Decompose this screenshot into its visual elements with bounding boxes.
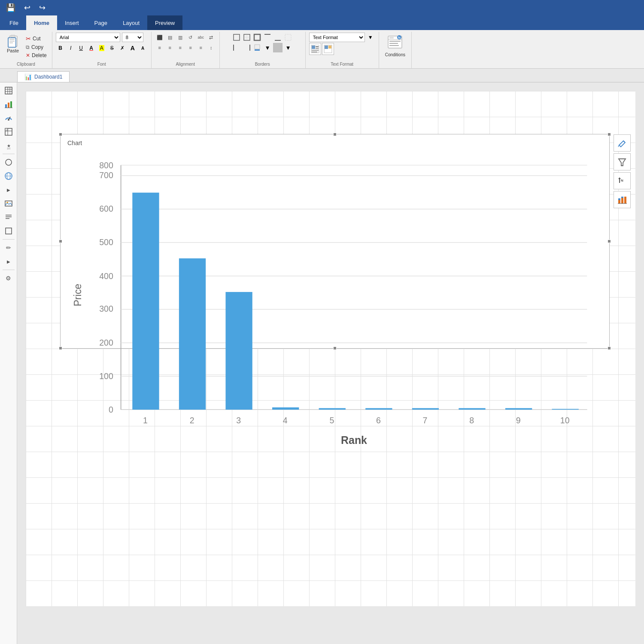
paste-button[interactable]: Paste [3,33,22,55]
align-left[interactable]: ≡ [155,43,164,52]
font-color-button[interactable]: A [87,43,96,53]
text-format-dropdown-btn[interactable]: ▼ [366,33,375,42]
svg-text:0: 0 [109,405,113,414]
undo-button[interactable]: ↩ [21,2,33,13]
sidebar-expand-btn[interactable]: ▶ [1,183,16,196]
outdent-btn[interactable]: ↕ [207,43,216,52]
resize-handle-bl[interactable] [59,346,62,350]
sidebar-image-btn[interactable] [1,197,16,210]
clear-format-button[interactable]: ✗ [118,43,127,53]
sidebar-chart-btn[interactable] [1,98,16,111]
border-left[interactable] [232,43,241,52]
tab-insert[interactable]: Insert [57,15,87,30]
align-right[interactable]: ≡ [176,43,185,52]
sidebar-text-btn[interactable] [1,211,16,224]
indent-btn[interactable]: ≡ [196,43,206,52]
svg-rect-30 [389,41,401,42]
grow-font-button[interactable]: A [128,43,137,53]
save-button[interactable]: 💾 [3,2,18,13]
shrink-font-button[interactable]: A [138,43,148,53]
tab-preview[interactable]: Preview [147,15,182,30]
bar-2 [179,258,206,410]
sidebar-settings-btn[interactable]: ⚙ [1,272,16,285]
bar-10 [552,409,579,410]
filter-chart-button[interactable] [614,153,631,170]
conditions-label: Conditions [385,52,405,57]
resize-handle-ml[interactable] [59,240,62,243]
copy-button[interactable]: ⧉ Copy [24,43,49,51]
borders-bot-row: ▼ ▼ [232,43,293,52]
align-justify[interactable]: ≡ [186,43,195,52]
border-outer[interactable] [242,33,252,42]
conditions-button[interactable]: fx Conditions [383,33,408,59]
highlight-button[interactable]: A [97,43,106,53]
resize-handle-bm[interactable] [333,346,337,350]
tab-file[interactable]: File [2,15,26,30]
tab-layout[interactable]: Layout [115,15,147,30]
resize-handle-tm[interactable] [333,133,337,136]
sidebar-sep2 [3,239,15,240]
resize-handle-tr[interactable] [608,133,611,136]
title-bar: 💾 ↩ ↪ [0,0,644,15]
color-dropdown[interactable]: ▼ [283,43,293,52]
align-top-center[interactable]: ▤ [165,33,175,42]
fill-color-btn[interactable] [252,43,262,52]
align-top-right[interactable]: ▥ [176,33,185,42]
chart-type-icon [617,195,627,204]
text-format-btn2[interactable] [322,43,334,55]
border-none[interactable] [283,33,293,42]
sidebar-crosstab-btn[interactable] [1,125,16,138]
align-top-left[interactable]: ⬛ [155,33,164,42]
tab-home[interactable]: Home [26,15,57,30]
resize-handle-tl[interactable] [59,133,62,136]
delete-button[interactable]: ✕ Delete [24,52,49,59]
strikethrough-button[interactable]: S [107,43,117,53]
tab-page[interactable]: Page [87,15,115,30]
sidebar-map-btn[interactable] [1,170,16,182]
bar-1 [132,193,159,410]
sidebar-draw-btn[interactable]: ✏ [1,241,16,254]
rotate-btn[interactable]: ↺ [186,33,195,42]
wrap-text-btn[interactable]: abc [196,33,206,42]
underline-button[interactable]: U [76,43,86,53]
svg-text:3: 3 [236,416,241,425]
align-center[interactable]: ≡ [165,43,175,52]
sidebar-container-btn[interactable] [1,225,16,237]
dashboard-tab[interactable]: 📊 Dashboard1 [17,71,70,82]
svg-text:6: 6 [376,416,381,425]
border-bottom[interactable] [273,33,283,42]
svg-text:4: 4 [283,416,288,425]
border-top[interactable] [263,33,272,42]
chart-type-button[interactable] [614,191,631,208]
text-format-select[interactable]: Text Format [309,33,365,42]
sort-chart-button[interactable]: N [614,172,631,189]
border-all[interactable] [232,33,241,42]
sidebar-filter-btn[interactable]: ▶ [1,255,16,268]
border-thick[interactable] [252,33,262,42]
chart-widget[interactable]: N Chart [60,134,610,349]
sidebar-shape-btn[interactable] [1,156,16,169]
font-family-select[interactable]: Arial [56,33,120,42]
svg-text:N: N [621,179,623,182]
cut-button[interactable]: ✂ Cut [24,34,49,43]
fill-color-dropdown[interactable]: ▼ [263,43,272,52]
color-swatch[interactable] [273,43,283,52]
resize-handle-br[interactable] [608,346,611,350]
merge-btn[interactable]: ⇄ [207,33,216,42]
conditions-group: fx Conditions [379,32,412,68]
conditions-icon: fx [386,34,404,52]
italic-button[interactable]: I [66,43,76,53]
font-size-select[interactable]: 8 [122,33,143,42]
border-right[interactable] [242,43,252,52]
sidebar-table-btn[interactable] [1,84,16,97]
sidebar-gauge-btn[interactable] [1,112,16,125]
resize-handle-mr[interactable] [608,240,611,243]
edit-chart-button[interactable] [614,134,631,152]
font-group: Arial 8 B I U A A S ✗ [52,32,152,68]
canvas-page: N Chart [26,91,635,606]
text-format-btn1[interactable] [309,43,321,55]
clipboard-group-label: Clipboard [17,62,35,67]
bold-button[interactable]: B [56,43,65,53]
sidebar-kpi-btn[interactable]: ★ 100 [1,139,16,152]
redo-button[interactable]: ↪ [36,2,48,13]
